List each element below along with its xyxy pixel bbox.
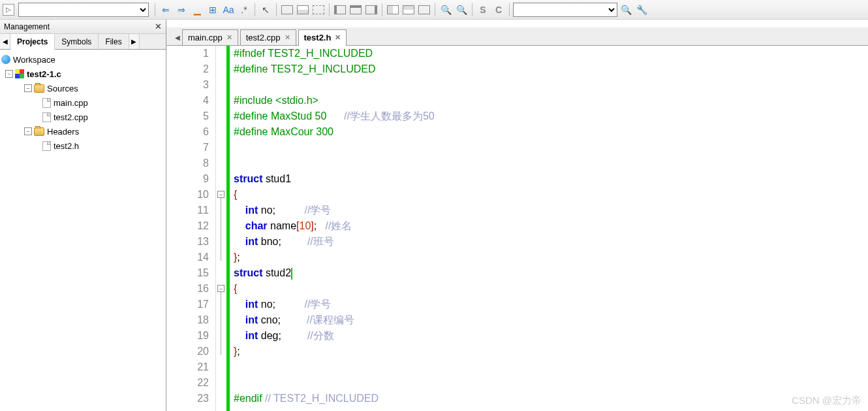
tab-close-icon[interactable]: ✕ [285, 33, 290, 42]
bookmark-icon[interactable]: ⊞ [206, 3, 220, 17]
code-content[interactable]: #ifndef TEST2_H_INCLUDED#define TEST2_H_… [230, 46, 868, 411]
code-line[interactable]: struct stud1 [234, 171, 868, 187]
tab-next-icon[interactable]: ▶ [129, 34, 140, 49]
tree-file-main[interactable]: main.cpp [1, 95, 164, 110]
code-line[interactable] [234, 375, 868, 391]
tree-headers-folder[interactable]: − Headers [1, 124, 164, 139]
code-line[interactable]: struct stud2 [234, 265, 868, 281]
close-icon[interactable]: ✕ [155, 22, 162, 31]
code-line[interactable]: #ifndef TEST2_H_INCLUDED [234, 46, 868, 61]
zoom-in-icon[interactable]: 🔍 [439, 3, 453, 17]
tab-symbols[interactable]: Symbols [55, 34, 99, 49]
pointer-icon[interactable]: ↖ [258, 3, 273, 17]
code-line[interactable] [234, 140, 868, 156]
line-number: 14 [166, 250, 209, 265]
line-number: 11 [166, 203, 209, 218]
line-number: 22 [166, 375, 209, 391]
code-line[interactable] [234, 156, 868, 171]
grid2-icon[interactable] [401, 3, 416, 17]
line-number: 23 [166, 391, 209, 406]
panel3-icon[interactable] [364, 3, 379, 17]
tree-file-test2h[interactable]: test2.h [1, 139, 164, 153]
nav-back-icon[interactable]: ▷ [3, 4, 14, 16]
line-number: 12 [166, 218, 209, 234]
tab-scroll-left-icon[interactable]: ◀ [173, 29, 182, 45]
tree-sources-folder[interactable]: − Sources [1, 81, 164, 95]
symbol-combo[interactable] [18, 3, 149, 17]
panel-title: Management [4, 22, 50, 31]
code-line[interactable]: int bno; //班号 [234, 234, 868, 250]
tree-label: Workspace [13, 55, 55, 65]
regex-icon[interactable]: .* [237, 3, 251, 17]
s-button[interactable]: S [476, 3, 490, 17]
panel2-icon[interactable] [349, 3, 363, 17]
fold-toggle-icon[interactable]: − [217, 191, 225, 198]
folder-open-icon [34, 84, 44, 93]
collapse-icon[interactable]: − [24, 84, 32, 92]
project-tree: Workspace − test2-1.c − Sources main.cpp [0, 50, 166, 411]
fold-column: −− [216, 46, 226, 406]
code-line[interactable] [234, 77, 868, 93]
management-tabs: ◀ Projects Symbols Files ▶ [0, 34, 166, 50]
tree-file-test2cpp[interactable]: test2.cpp [1, 110, 164, 124]
c-button[interactable]: C [491, 3, 506, 17]
code-line[interactable] [234, 359, 868, 375]
collapse-icon[interactable]: − [5, 70, 13, 78]
editor-tab[interactable]: main.cpp✕ [182, 29, 238, 45]
code-line[interactable]: int cno; //课程编号 [234, 312, 868, 328]
case-icon[interactable]: Aa [221, 3, 236, 17]
rect1-icon[interactable] [280, 3, 294, 17]
line-number: 5 [166, 108, 209, 124]
settings-icon[interactable]: 🔧 [634, 3, 649, 17]
tree-label: test2.cpp [54, 112, 88, 122]
tab-prev-icon[interactable]: ◀ [0, 34, 10, 49]
code-line[interactable]: { [234, 281, 868, 297]
search-icon[interactable]: 🔍 [619, 3, 633, 17]
grid1-icon[interactable] [386, 3, 400, 17]
file-icon [42, 112, 51, 122]
code-line[interactable]: }; [234, 250, 868, 265]
tree-label: test2-1.c [27, 69, 61, 79]
fold-toggle-icon[interactable]: − [217, 285, 225, 292]
folder-open-icon [34, 127, 44, 136]
tree-workspace[interactable]: Workspace [1, 52, 164, 67]
line-number: 1 [166, 46, 209, 61]
tab-close-icon[interactable]: ✕ [226, 33, 232, 42]
code-editor[interactable]: 1234567891011121314151617181920212223 −−… [166, 46, 868, 411]
search-combo[interactable] [513, 3, 617, 17]
code-line[interactable]: }; [234, 344, 868, 359]
code-line[interactable]: int no; //学号 [234, 203, 868, 218]
arrow-left-icon[interactable]: ⇐ [159, 3, 173, 17]
code-line[interactable]: #endif // TEST2_H_INCLUDED [234, 391, 868, 406]
code-line[interactable]: #include <stdio.h> [234, 93, 868, 108]
grid3-icon[interactable] [417, 3, 431, 17]
zoom-out-icon[interactable]: 🔍 [454, 3, 469, 17]
rect3-icon[interactable] [311, 3, 326, 17]
tab-close-icon[interactable]: ✕ [335, 33, 341, 42]
collapse-icon[interactable]: − [24, 127, 32, 135]
arrow-right-icon[interactable]: ⇒ [174, 3, 189, 17]
rect2-icon[interactable] [296, 3, 310, 17]
editor-tab[interactable]: test2.cpp✕ [240, 29, 296, 45]
tab-files[interactable]: Files [99, 34, 129, 49]
code-line[interactable]: int no; //学号 [234, 297, 868, 312]
line-gutter: 1234567891011121314151617181920212223 [166, 46, 216, 411]
tab-projects[interactable]: Projects [10, 34, 55, 50]
editor-tabs: ◀ main.cpp✕test2.cpp✕test2.h✕ [166, 27, 868, 46]
code-line[interactable]: int deg; //分数 [234, 328, 868, 344]
main-toolbar: ▷ ⇐ ⇒ ▁ ⊞ Aa .* ↖ 🔍 🔍 S C 🔍 🔧 [0, 0, 868, 20]
tree-project[interactable]: − test2-1.c [1, 67, 164, 81]
highlight-icon[interactable]: ▁ [190, 3, 204, 17]
code-line[interactable]: #define TEST2_H_INCLUDED [234, 61, 868, 77]
code-line[interactable]: #define MaxStud 50 //学生人数最多为50 [234, 108, 868, 124]
code-line[interactable]: char name[10]; //姓名 [234, 218, 868, 234]
panel1-icon[interactable] [333, 3, 347, 17]
line-number: 21 [166, 359, 209, 375]
project-icon [15, 69, 24, 78]
code-line[interactable]: #define MaxCour 300 [234, 124, 868, 140]
separator [472, 3, 473, 16]
code-line[interactable]: { [234, 187, 868, 203]
separator [509, 3, 510, 16]
tree-label: Headers [47, 127, 79, 137]
editor-tab[interactable]: test2.h✕ [298, 29, 347, 45]
